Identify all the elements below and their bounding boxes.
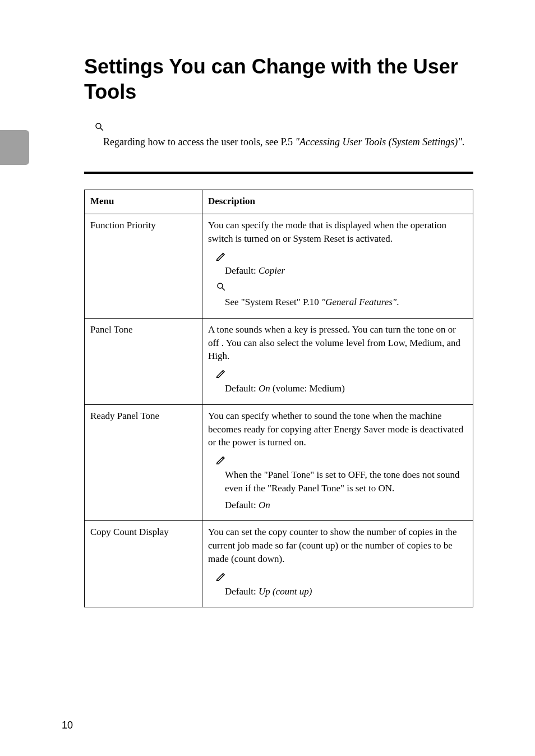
menu-cell: Function Priority [85, 214, 202, 318]
svg-line-3 [222, 288, 225, 291]
reference-line: See "System Reset" P.10 "General Feature… [216, 296, 467, 309]
table-row: Function Priority You can specify the mo… [85, 214, 473, 318]
note-before: Default: [225, 586, 259, 597]
note-icon [216, 250, 467, 264]
note-italic: On [259, 383, 270, 394]
reference-text: Regarding how to access the user tools, … [94, 135, 473, 149]
menu-cell: Ready Panel Tone [85, 404, 202, 521]
description-cell: You can specify the mode that is display… [202, 214, 473, 318]
note-before: Default: [225, 265, 259, 276]
note-italic: Up (count up) [259, 586, 312, 597]
menu-cell: Copy Count Display [85, 521, 202, 607]
section-divider [84, 172, 473, 174]
ref-page: P.10 [303, 297, 321, 307]
table-row: Ready Panel Tone You can specify whether… [85, 404, 473, 521]
ref-before: See "System Reset" [225, 297, 303, 307]
note-icon [216, 570, 467, 584]
note-icon [216, 454, 467, 467]
note-italic: Copier [259, 265, 285, 276]
note-italic: On [259, 500, 270, 510]
description-cell: You can specify whether to sound the ton… [202, 404, 473, 521]
note-icon [216, 367, 467, 381]
ref-italic: "General Features" [321, 297, 396, 307]
reference-page: P.5 [280, 136, 295, 147]
svg-point-2 [218, 283, 223, 288]
svg-line-1 [100, 128, 103, 131]
settings-table: Menu Description Function Priority You c… [84, 190, 473, 607]
table-header-menu: Menu [85, 190, 202, 214]
menu-cell: Panel Tone [85, 318, 202, 404]
note-block: Default: Up (count up) [216, 570, 467, 598]
table-header-row: Menu Description [85, 190, 473, 214]
reference-block: Regarding how to access the user tools, … [94, 120, 473, 149]
table-header-description: Description [202, 190, 473, 214]
note-line: Default: Up (count up) [216, 585, 467, 598]
table-row: Copy Count Display You can set the copy … [85, 521, 473, 607]
desc-main: You can specify whether to sound the ton… [208, 409, 467, 449]
svg-point-0 [96, 123, 101, 128]
note-line: Default: On (volume: Medium) [216, 382, 467, 395]
note-before: Default: [225, 383, 259, 394]
desc-main: You can set the copy counter to show the… [208, 525, 467, 565]
note-block: Default: On (volume: Medium) [216, 367, 467, 395]
description-cell: A tone sounds when a key is pressed. You… [202, 318, 473, 404]
page-number: 10 [62, 720, 73, 731]
note-para: When the "Panel Tone" is set to OFF, the… [216, 468, 467, 495]
section-tab [0, 130, 29, 165]
note-after: (volume: Medium) [270, 383, 345, 394]
reference-inline: See "System Reset" P.10 "General Feature… [216, 281, 467, 309]
note-block: Default: Copier [216, 250, 467, 278]
note-line: Default: Copier [216, 264, 467, 278]
desc-main: You can specify the mode that is display… [208, 219, 467, 246]
page-title: Settings You can Change with the User To… [84, 54, 473, 104]
ref-after: . [396, 297, 399, 307]
reference-icon [94, 120, 473, 135]
reference-italic: "Accessing User Tools (System Settings)" [295, 136, 462, 147]
reference-after: . [462, 136, 465, 147]
reference-icon [216, 281, 467, 294]
table-row: Panel Tone A tone sounds when a key is p… [85, 318, 473, 404]
reference-before: Regarding how to access the user tools, … [103, 136, 280, 147]
desc-main: A tone sounds when a key is pressed. You… [208, 323, 467, 363]
note-block: When the "Panel Tone" is set to OFF, the… [216, 454, 467, 511]
description-cell: You can set the copy counter to show the… [202, 521, 473, 607]
note-default: Default: On [216, 499, 467, 512]
note-before: Default: [225, 500, 259, 510]
